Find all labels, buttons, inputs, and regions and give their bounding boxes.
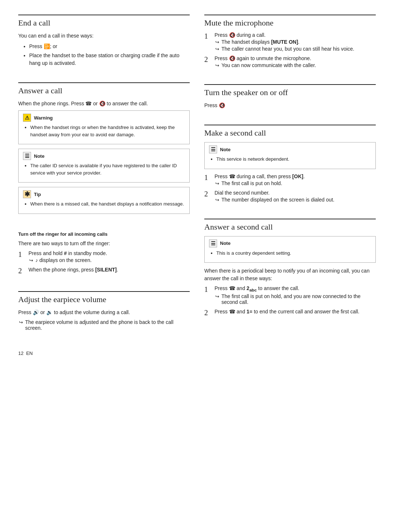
- note-header-answer: ☰ Note: [23, 152, 185, 160]
- warning-box: ⚠ Warning When the handset rings or when…: [18, 110, 190, 144]
- mute-step1-result2: ↪ The caller cannot hear you, but you ca…: [215, 46, 376, 52]
- left-column: End a call You can end a call in these w…: [18, 15, 190, 356]
- mute-step2-arrow: ↪: [215, 63, 219, 68]
- tip-item-1: When there is a missed call, the handset…: [30, 200, 185, 208]
- answer-second-step-1: 1 Press ☎ and 2abc to answer the call. ↪…: [204, 285, 376, 305]
- end-call-bullet-2: Place the handset to the base station or…: [29, 52, 190, 67]
- answer-second-step-2: 2 Press ☎ and 1≡ to end the current call…: [204, 309, 376, 317]
- second-call-step-1: 1 Press ☎ during a call, then press [OK]…: [204, 173, 376, 186]
- note-item-answer-1: The caller ID service is available if yo…: [30, 162, 185, 176]
- section-turn-speaker: Turn the speaker on or off Press 🔇: [204, 84, 376, 116]
- second-call-step2-text: Dial the second number.: [215, 190, 270, 196]
- second-call-arrow2: ↪: [215, 197, 219, 203]
- second-call-result2-text: The number displayed on the screen is di…: [221, 197, 335, 203]
- note-item-second-call-1: This service is network dependent.: [216, 156, 371, 163]
- note-box-answer: ☰ Note The caller ID service is availabl…: [18, 149, 190, 183]
- answer-second-step2-content: Press ☎ and 1≡ to end the current call a…: [215, 309, 376, 314]
- second-call-step2-content: Dial the second number. ↪ The number dis…: [215, 190, 376, 203]
- mute-step1-result1: ↪ The handset displays [MUTE ON].: [215, 39, 376, 45]
- title-mute-microphone: Mute the microphone: [204, 15, 376, 28]
- page-num-value: 12: [18, 351, 23, 356]
- earpiece-arrow-icon: ↪: [19, 320, 23, 325]
- ringer-step-1: 1 Press and hold # in standby mode. ↪ ♪ …: [18, 250, 190, 263]
- note-label-answer-second: Note: [220, 240, 231, 246]
- page-lang-label: EN: [26, 351, 33, 356]
- answer-second-arrow1: ↪: [215, 294, 219, 299]
- page-number: 12 EN: [18, 351, 190, 356]
- ringer-step2-content: When the phone rings, press [SILENT].: [28, 267, 190, 273]
- right-column: Mute the microphone 1 Press 🔇 during a c…: [204, 15, 376, 356]
- answer-second-step1-num: 1: [204, 285, 211, 294]
- ringer-step2-text: When the phone rings, press [SILENT].: [28, 267, 118, 273]
- tip-box: ✱ Tip When there is a missed call, the h…: [18, 187, 190, 214]
- warning-header: ⚠ Warning: [23, 114, 185, 122]
- title-answer-second-call: Answer a second call: [204, 219, 376, 232]
- note-box-answer-second: ☰ Note This is a country dependent setti…: [204, 236, 376, 263]
- answer-second-step1-result: ↪ The first call is put on hold, and you…: [215, 293, 376, 305]
- second-call-arrow1: ↪: [215, 181, 219, 186]
- mute-step2-num: 2: [204, 55, 211, 64]
- note-label-answer: Note: [34, 153, 45, 159]
- end-call-bullets: Press 📴; or Place the handset to the bas…: [29, 43, 190, 67]
- title-make-second-call: Make a second call: [204, 125, 376, 138]
- answer-second-step1-content: Press ☎ and 2abc to answer the call. ↪ T…: [215, 285, 376, 305]
- mute-step1-num: 1: [204, 32, 211, 40]
- mute-result2-text: The caller cannot hear you, but you can …: [221, 46, 354, 52]
- second-call-step2-result: ↪ The number displayed on the screen is …: [215, 197, 376, 203]
- mute-step2-result-text: You can now communicate with the caller.: [221, 62, 316, 68]
- note-label-second-call: Note: [220, 147, 231, 152]
- note-items-answer-second: This is a country dependent setting.: [216, 250, 371, 257]
- mute-step2-content: Press 🔇 again to unmute the microphone. …: [215, 55, 376, 68]
- title-adjust-earpiece: Adjust the earpiece volume: [18, 291, 190, 304]
- ringer-intro: There are two ways to turn off the ringe…: [18, 240, 190, 247]
- mute-step2-result1: ↪ You can now communicate with the calle…: [215, 62, 376, 68]
- earpiece-result-text: The earpiece volume is adjusted and the …: [25, 319, 190, 331]
- warning-item-1: When the handset rings or when the hands…: [30, 124, 185, 138]
- answer-second-intro: When there is a periodical beep to notif…: [204, 267, 376, 282]
- earpiece-intro: Press 🔊 or 🔉 to adjust the volume during…: [18, 309, 190, 316]
- ringer-step1-content: Press and hold # in standby mode. ↪ ♪ di…: [28, 250, 190, 263]
- mute-arrow1: ↪: [215, 39, 219, 45]
- mute-arrow2: ↪: [215, 46, 219, 52]
- tip-items: When there is a missed call, the handset…: [30, 200, 185, 208]
- tip-label: Tip: [34, 192, 41, 197]
- end-call-intro: You can end a call in these ways:: [18, 32, 190, 40]
- step-num-1: 1: [18, 250, 25, 259]
- mute-result1-text: The handset displays [MUTE ON].: [221, 39, 300, 45]
- tip-header: ✱ Tip: [23, 190, 185, 198]
- note-header-answer-second: ☰ Note: [209, 239, 371, 247]
- note-items-answer: The caller ID service is available if yo…: [30, 162, 185, 176]
- note-header-second-call: ☰ Note: [209, 145, 371, 153]
- answer-second-result1-text: The first call is put on hold, and you a…: [221, 293, 376, 305]
- section-turn-off-ringer: Turn off the ringer for all incoming cal…: [18, 231, 190, 283]
- second-call-step2-num: 2: [204, 190, 211, 198]
- mute-step-2: 2 Press 🔇 again to unmute the microphone…: [204, 55, 376, 68]
- step-num-2: 2: [18, 267, 25, 275]
- second-call-result1-text: The first call is put on hold.: [221, 180, 282, 186]
- second-call-step-2: 2 Dial the second number. ↪ The number d…: [204, 190, 376, 203]
- title-end-a-call: End a call: [18, 15, 190, 28]
- mute-step1-text: Press 🔇 during a call.: [215, 32, 266, 38]
- note-icon-answer: ☰: [23, 152, 31, 160]
- section-make-second-call: Make a second call ☰ Note This service i…: [204, 125, 376, 210]
- second-call-step1-num: 1: [204, 173, 211, 182]
- section-answer-second-call: Answer a second call ☰ Note This is a co…: [204, 219, 376, 324]
- section-end-a-call: End a call You can end a call in these w…: [18, 15, 190, 74]
- title-turn-speaker: Turn the speaker on or off: [204, 84, 376, 97]
- warning-label: Warning: [34, 115, 53, 121]
- subtitle-turn-off-ringer: Turn off the ringer for all incoming cal…: [18, 231, 190, 238]
- warning-items: When the handset rings or when the hands…: [30, 124, 185, 138]
- ringer-step1-result-text: ♪ displays on the screen.: [35, 257, 92, 263]
- earpiece-result: ↪ The earpiece volume is adjusted and th…: [18, 319, 190, 331]
- ringer-step1-text: Press and hold # in standby mode.: [28, 250, 107, 256]
- ringer-step-2: 2 When the phone rings, press [SILENT].: [18, 267, 190, 275]
- answer-call-intro: When the phone rings. Press ☎ or 🔇 to an…: [18, 100, 190, 107]
- section-adjust-earpiece: Adjust the earpiece volume Press 🔊 or 🔉 …: [18, 291, 190, 335]
- second-call-step1-result: ↪ The first call is put on hold.: [215, 180, 376, 186]
- note-item-answer-second-1: This is a country dependent setting.: [216, 250, 371, 257]
- ringer-step1-result: ↪ ♪ displays on the screen.: [28, 257, 190, 263]
- answer-second-step1-text: Press ☎ and 2abc to answer the call.: [215, 285, 299, 291]
- arrow-icon: ↪: [29, 258, 33, 263]
- speaker-intro: Press 🔇: [204, 102, 376, 109]
- answer-second-step2-num: 2: [204, 309, 211, 317]
